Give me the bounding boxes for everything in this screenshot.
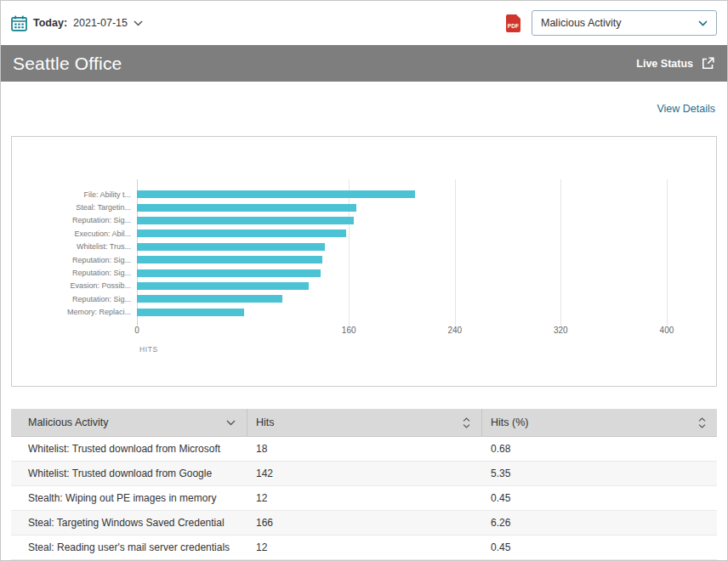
chart-bar-row: Execution: Abil... xyxy=(12,227,716,240)
bar[interactable] xyxy=(137,309,244,316)
bar[interactable] xyxy=(137,217,354,224)
table-header-row: Malicious ActivityHitsHits (%) xyxy=(11,409,717,437)
bar-category-label: Reputation: Sig... xyxy=(12,256,137,264)
calendar-icon xyxy=(11,15,27,31)
pdf-fold-corner xyxy=(516,14,520,19)
table-row[interactable]: Whitelist: Trusted download from Microso… xyxy=(11,437,717,462)
column-header-2[interactable]: Hits xyxy=(247,409,482,436)
topbar-right: PDF Malicious Activity xyxy=(506,10,717,36)
chevron-down-icon xyxy=(134,20,143,26)
page-title: Seattle Office xyxy=(13,54,122,74)
bar[interactable] xyxy=(137,243,325,251)
pdf-export-icon[interactable]: PDF xyxy=(506,14,520,32)
bar[interactable] xyxy=(137,204,356,212)
bar[interactable] xyxy=(137,256,322,264)
report-select-value: Malicious Activity xyxy=(541,17,621,29)
sort-updown-icon xyxy=(463,417,470,428)
table-body: Whitelist: Trusted download from Microso… xyxy=(11,437,717,560)
chevron-down-icon xyxy=(698,20,708,26)
bar-track xyxy=(137,230,714,237)
cell-activity: Steal: Reading user's mail server creden… xyxy=(11,536,247,559)
x-tick-label: 320 xyxy=(554,326,568,335)
chart-bar-row: Evasion: Possib... xyxy=(12,280,716,292)
column-header-1[interactable]: Malicious Activity xyxy=(11,409,247,436)
bar-category-label: Reputation: Sig... xyxy=(12,295,137,303)
bar-track xyxy=(137,190,714,198)
bar-category-label: Reputation: Sig... xyxy=(12,216,137,224)
view-details-link[interactable]: View Details xyxy=(657,103,715,115)
cell-hits: 166 xyxy=(247,511,482,535)
cell-hits: 142 xyxy=(247,462,482,485)
cell-hits: 18 xyxy=(247,437,482,461)
cell-activity: Steal: Targeting Windows Saved Credentia… xyxy=(11,511,247,535)
chevron-down-icon xyxy=(226,420,236,426)
bar[interactable] xyxy=(137,269,321,277)
malicious-activity-table: Malicious ActivityHitsHits (%) Whitelist… xyxy=(11,409,717,560)
site-header: Seattle Office Live Status xyxy=(1,45,727,82)
chart-bar-row: Reputation: Sig... xyxy=(12,214,716,227)
bar-track xyxy=(137,256,714,264)
bar-track xyxy=(137,295,714,303)
table-row[interactable]: Steal: Targeting Windows Saved Credentia… xyxy=(11,511,717,536)
chart-bar-row: Memory: Replaci... xyxy=(12,306,716,319)
external-link-icon xyxy=(701,56,715,71)
bar-category-label: Steal: Targetin... xyxy=(12,203,137,212)
bar-category-label: Memory: Replaci... xyxy=(12,308,137,316)
bar-track xyxy=(137,204,714,212)
bar-track xyxy=(137,217,714,224)
bar[interactable] xyxy=(137,295,282,303)
date-picker[interactable]: Today: 2021-07-15 xyxy=(11,15,143,31)
column-header-label: Malicious Activity xyxy=(28,416,108,428)
x-tick-label: 160 xyxy=(342,326,356,335)
cell-hits: 12 xyxy=(247,536,482,559)
x-tick-label: 400 xyxy=(660,326,674,335)
cell-hits-pct: 5.35 xyxy=(482,462,717,485)
table-row[interactable]: Whitelist: Trusted download from Google1… xyxy=(11,462,717,486)
pdf-label: PDF xyxy=(508,23,520,32)
chart-bar-row: Reputation: Sig... xyxy=(12,266,716,279)
bar[interactable] xyxy=(137,190,415,198)
bar-category-label: Reputation: Sig... xyxy=(12,269,137,277)
chart-bar-row: Reputation: Sig... xyxy=(12,253,716,266)
bar-category-label: Execution: Abil... xyxy=(12,230,137,238)
bar-category-label: Whitelist: Trus... xyxy=(12,242,137,251)
x-tick-label: 0 xyxy=(134,326,139,335)
sort-updown-icon xyxy=(698,417,706,428)
cell-hits-pct: 0.68 xyxy=(482,437,717,461)
report-page: Today: 2021-07-15 PDF Malicious Activity… xyxy=(0,0,728,561)
chart-rows: File: Ability t...Steal: Targetin...Repu… xyxy=(12,188,716,319)
cell-activity: Stealth: Wiping out PE images in memory xyxy=(11,486,247,510)
bar-track xyxy=(137,282,714,290)
cell-activity: Whitelist: Trusted download from Google xyxy=(11,462,247,485)
table-row[interactable]: Steal: Reading user's mail server creden… xyxy=(11,536,717,560)
date-value: 2021-07-15 xyxy=(73,17,128,29)
chart-bar-row: Reputation: Sig... xyxy=(12,292,716,305)
column-header-label: Hits (%) xyxy=(491,416,528,428)
cell-hits-pct: 6.26 xyxy=(482,511,717,535)
table-row[interactable]: Stealth: Wiping out PE images in memory1… xyxy=(11,486,717,511)
x-tick-label: 240 xyxy=(447,326,462,335)
live-status-button[interactable]: Live Status xyxy=(636,56,715,71)
chart-bar-row: File: Ability t... xyxy=(12,188,716,201)
chart-panel: File: Ability t...Steal: Targetin...Repu… xyxy=(11,136,717,387)
cell-activity: Whitelist: Trusted download from Microso… xyxy=(11,437,247,461)
bar-category-label: Evasion: Possib... xyxy=(12,281,137,290)
report-type-select[interactable]: Malicious Activity xyxy=(532,10,717,36)
chart-bar-row: Whitelist: Trus... xyxy=(12,241,716,253)
cell-hits: 12 xyxy=(247,486,482,510)
bar[interactable] xyxy=(137,230,346,237)
cell-hits-pct: 0.45 xyxy=(482,486,717,510)
column-header-3[interactable]: Hits (%) xyxy=(482,409,717,436)
malicious-activity-bar-chart: File: Ability t...Steal: Targetin...Repu… xyxy=(12,137,716,354)
bar-track xyxy=(137,309,714,316)
cell-hits-pct: 0.45 xyxy=(482,536,717,559)
view-details-row: View Details xyxy=(1,82,727,136)
bar[interactable] xyxy=(137,282,309,290)
bar-track xyxy=(137,269,714,277)
column-header-label: Hits xyxy=(256,416,275,428)
today-label: Today: xyxy=(33,17,67,29)
live-status-label: Live Status xyxy=(636,58,693,70)
x-axis-ticks: 0160240320400 xyxy=(137,326,714,337)
topbar: Today: 2021-07-15 PDF Malicious Activity xyxy=(1,1,727,45)
bar-track xyxy=(137,243,714,251)
